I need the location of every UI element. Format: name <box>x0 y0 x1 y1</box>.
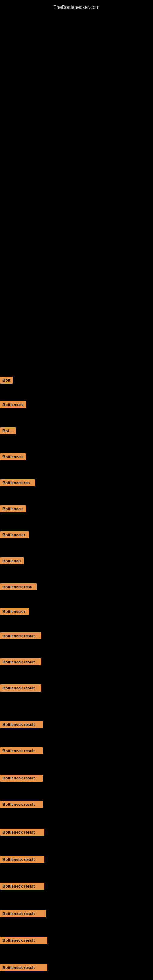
bottleneck-label[interactable]: Bottleneck r <box>0 531 29 538</box>
bottleneck-label[interactable]: Bottlenec <box>0 557 24 565</box>
bottleneck-result-item[interactable]: Bottleneck result <box>0 721 43 729</box>
bottleneck-label[interactable]: Bottleneck result <box>0 632 41 640</box>
bottleneck-result-item[interactable]: Bottleneck <box>0 505 26 514</box>
bottleneck-result-item[interactable]: Bottlenec <box>0 557 24 566</box>
bottleneck-result-item[interactable]: Bottleneck <box>0 453 26 461</box>
bottleneck-label[interactable]: Bottleneck <box>0 453 26 460</box>
bottleneck-label[interactable]: Bottleneck <box>0 401 26 408</box>
bottleneck-result-item[interactable]: Bottleneck r <box>0 531 29 539</box>
bottleneck-result-item[interactable]: Bottleneck result <box>0 775 43 783</box>
bottleneck-label[interactable]: Bottleneck result <box>0 883 45 890</box>
bottleneck-result-item[interactable]: Bottleneck result <box>0 964 48 972</box>
bottleneck-result-item[interactable]: Bottleneck result <box>0 659 41 667</box>
bottleneck-label[interactable]: Bottleneck result <box>0 659 41 665</box>
bottleneck-result-item[interactable]: Bottleneck res <box>0 479 35 488</box>
bottleneck-label[interactable]: Bottleneck result <box>0 829 45 836</box>
bottleneck-result-item[interactable]: Bottle <box>0 427 16 436</box>
bottleneck-result-item[interactable]: Bottleneck result <box>0 801 43 809</box>
site-title: TheBottlenecker.com <box>0 2 153 13</box>
bottleneck-label[interactable]: Bottleneck result <box>0 856 45 863</box>
bottleneck-result-item[interactable]: Bottleneck result <box>0 684 41 693</box>
bottleneck-label[interactable]: Bottleneck result <box>0 684 41 692</box>
bottleneck-result-item[interactable]: Bottleneck result <box>0 937 48 945</box>
bottleneck-result-item[interactable]: Bottleneck result <box>0 883 45 891</box>
bottleneck-label[interactable]: Bottleneck r <box>0 608 29 615</box>
bottleneck-result-item[interactable]: Bottleneck result <box>0 856 45 864</box>
bottleneck-label[interactable]: Bottleneck result <box>0 747 43 754</box>
bottleneck-label[interactable]: Bottleneck resu <box>0 584 37 590</box>
bottleneck-result-item[interactable]: Bottleneck result <box>0 910 46 918</box>
bottleneck-label[interactable]: Bottle <box>0 427 16 434</box>
bottleneck-label[interactable]: Bottleneck result <box>0 721 43 728</box>
bottleneck-label[interactable]: Bottleneck <box>0 505 26 512</box>
bottleneck-result-item[interactable]: Bottleneck result <box>0 829 45 837</box>
bottleneck-result-item[interactable]: Bottleneck result <box>0 747 43 756</box>
bottleneck-result-item[interactable]: Bottleneck r <box>0 608 29 616</box>
bottleneck-label[interactable]: Bottleneck result <box>0 801 43 808</box>
bottleneck-result-item[interactable]: Bott <box>0 377 13 385</box>
bottleneck-result-item[interactable]: Bottleneck resu <box>0 584 37 592</box>
bottleneck-label[interactable]: Bottleneck result <box>0 910 46 917</box>
bottleneck-label[interactable]: Bottleneck result <box>0 775 43 781</box>
bottleneck-label[interactable]: Bottleneck result <box>0 937 48 944</box>
bottleneck-result-item[interactable]: Bottleneck result <box>0 632 41 641</box>
bottleneck-label[interactable]: Bottleneck result <box>0 964 48 971</box>
bottleneck-label[interactable]: Bottleneck res <box>0 479 35 486</box>
bottleneck-label[interactable]: Bott <box>0 377 13 384</box>
bottleneck-result-item[interactable]: Bottleneck <box>0 401 26 409</box>
